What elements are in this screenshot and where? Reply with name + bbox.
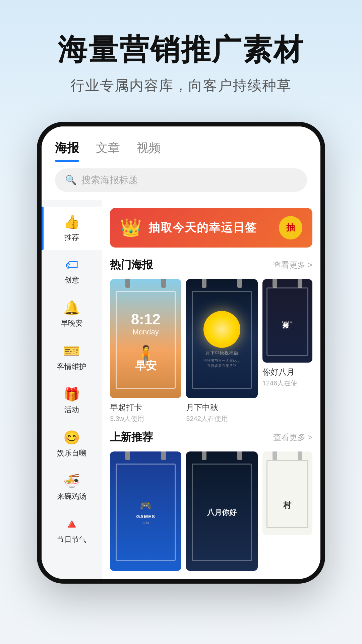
time-text: 8:12 [117, 311, 175, 328]
new-section: 上新推荐 查看更多 > [110, 430, 312, 571]
hero-section: 海量营销推广素材 行业专属内容库，向客户持续种草 [0, 0, 362, 115]
hot-section-header: 热门海报 查看更多 > [110, 258, 312, 272]
holiday-icon: 🔺 [63, 516, 80, 532]
clip-mark [237, 451, 242, 460]
moon-circle [203, 311, 240, 348]
new-poster-3-frame: 村 [266, 460, 308, 528]
thumb-up-icon: 👍 [63, 214, 80, 230]
morning-time-display: 8:12 Monday [117, 311, 175, 336]
clip-marks [110, 279, 181, 289]
clip-marks-5 [186, 451, 257, 462]
poster-name-august: 你好八月 [262, 367, 312, 377]
draw-button[interactable]: 抽 [279, 216, 302, 239]
hero-subtitle: 行业专属内容库，向客户持续种草 [27, 76, 335, 95]
clip-mark [125, 279, 130, 288]
tab-article[interactable]: 文章 [96, 140, 120, 162]
phone-wrapper: 海报 文章 视频 🔍 搜索海报标题 [0, 122, 362, 584]
tab-poster[interactable]: 海报 [55, 140, 79, 162]
new-poster-2-frame: 八月你好 [192, 464, 252, 561]
crown-icon: 👑 [120, 217, 142, 238]
poster-usage-midautumn: 3242人在使用 [186, 414, 257, 423]
poster-card-midautumn[interactable]: 月下中秋祝福语 中秋节节日一人在此，互祝多多在用所述 月下中秋 3242人在使用 [186, 279, 257, 424]
new-poster-card-3[interactable]: 村 [262, 451, 312, 571]
hot-poster-grid: 8:12 Monday 🧍 早安 早起打卡 3.3w人使用 [110, 279, 312, 424]
sidebar-label-activity: 活动 [64, 405, 79, 415]
search-bar-wrap: 🔍 搜索海报标题 [42, 162, 320, 200]
clip-mark [161, 279, 166, 288]
poster-usage-morning: 3.3w人使用 [110, 414, 181, 423]
poster-img-morning: 8:12 Monday 🧍 早安 [110, 279, 181, 398]
sidebar-label-recommend: 推荐 [64, 232, 79, 243]
search-icon: 🔍 [65, 174, 77, 185]
sidebar: 👍 推荐 🏷 创意 🔔 早晚安 🎫 客情维护 [42, 200, 102, 579]
hot-section-title: 热门海报 [110, 258, 153, 272]
poster-img-moon: 月下中秋祝福语 中秋节节日一人在此，互祝多多在用所述 [186, 279, 257, 398]
clip-mark [202, 451, 206, 460]
tab-video[interactable]: 视频 [137, 140, 161, 162]
creative-icon: 🏷 [65, 257, 78, 272]
moon-inner-frame: 月下中秋祝福语 中秋节节日一人在此，互祝多多在用所述 [192, 291, 252, 389]
new-section-more[interactable]: 查看更多 > [273, 432, 312, 443]
new-poster-card-1[interactable]: 🎮 GAMES arto [110, 451, 181, 571]
search-bar[interactable]: 🔍 搜索海报标题 [55, 168, 307, 192]
sidebar-item-holiday[interactable]: 🔺 节日节气 [42, 509, 102, 552]
new-poster-1-frame: 🎮 GAMES arto [116, 464, 176, 561]
sidebar-item-chicken[interactable]: 🍜 来碗鸡汤 [42, 466, 102, 509]
games-text: GAMES [136, 514, 155, 519]
sidebar-item-activity[interactable]: 🎁 活动 [42, 379, 102, 422]
clip-mark [298, 279, 302, 288]
main-layout: 👍 推荐 🏷 创意 🔔 早晚安 🎫 客情维护 [42, 200, 320, 579]
sidebar-item-morning[interactable]: 🔔 早晚安 [42, 292, 102, 336]
entertainment-icon: 😊 [63, 430, 80, 445]
morning-greeting: 早安 [117, 359, 175, 373]
clip-mark [161, 451, 166, 460]
new-poster-grid: 🎮 GAMES arto [110, 451, 312, 571]
content-area: 👑 抽取今天的幸运日签 抽 热门海报 查看更多 > [102, 200, 320, 579]
sidebar-label-chicken: 来碗鸡汤 [57, 491, 86, 501]
activity-icon: 🎁 [63, 386, 80, 402]
customer-icon: 🎫 [63, 343, 80, 359]
poster-inner-frame: 8:12 Monday 🧍 早安 [116, 291, 176, 389]
sidebar-item-entertainment[interactable]: 😊 娱乐自嗍 [42, 422, 102, 466]
sidebar-item-creative[interactable]: 🏷 创意 [42, 250, 102, 292]
sidebar-label-morning: 早晚安 [61, 318, 83, 328]
hero-title: 海量营销推广素材 [27, 34, 335, 66]
sidebar-label-entertainment: 娱乐自嗍 [57, 448, 86, 458]
august-inner-frame: 八月你好 8月1日 [266, 287, 308, 356]
moon-desc: 中秋节节日一人在此，互祝多多在用所述 [193, 358, 251, 369]
banner-text: 抽取今天的幸运日签 [148, 220, 272, 235]
app-container: 海报 文章 视频 🔍 搜索海报标题 [42, 126, 320, 579]
poster-name-morning: 早起打卡 [110, 402, 181, 413]
games-icon: 🎮 [136, 500, 155, 511]
poster-usage-august: 1246人在使 [262, 379, 312, 388]
poster-card-morning[interactable]: 8:12 Monday 🧍 早安 早起打卡 3.3w人使用 [110, 279, 181, 424]
clip-mark [202, 279, 206, 288]
hot-section-more[interactable]: 查看更多 > [273, 260, 312, 270]
phone-mockup: 海报 文章 视频 🔍 搜索海报标题 [37, 122, 325, 584]
morning-icon: 🔔 [63, 300, 80, 316]
sidebar-item-recommend[interactable]: 👍 推荐 [42, 207, 102, 250]
poster-img-august: 八月你好 8月1日 [262, 279, 312, 363]
new-section-header: 上新推荐 查看更多 > [110, 430, 312, 445]
search-placeholder-text: 搜索海报标题 [81, 174, 138, 186]
new-poster-img-1: 🎮 GAMES arto [110, 451, 181, 571]
chicken-icon: 🍜 [63, 473, 80, 489]
poster-card-august[interactable]: 八月你好 8月1日 你好八月 1246人在使 [262, 279, 312, 424]
sidebar-item-customer[interactable]: 🎫 客情维护 [42, 336, 102, 379]
top-tabs: 海报 文章 视频 [42, 126, 320, 162]
sidebar-label-holiday: 节日节气 [57, 535, 86, 545]
new-poster-img-3: 村 [262, 451, 312, 535]
new-poster-card-2[interactable]: 八月你好 [186, 451, 257, 571]
poster-name-midautumn: 月下中秋 [186, 402, 257, 413]
games-subtext: arto [136, 521, 155, 525]
sidebar-label-creative: 创意 [64, 275, 79, 285]
moon-bottom: 月下中秋祝福语 中秋节节日一人在此，互祝多多在用所述 [193, 350, 251, 369]
new-poster-2-text: 八月你好 [207, 507, 237, 518]
new-poster-1-content: 🎮 GAMES arto [136, 500, 155, 525]
clip-mark [273, 279, 277, 288]
clip-mark [125, 451, 130, 460]
lucky-banner[interactable]: 👑 抽取今天的幸运日签 抽 [110, 208, 312, 248]
day-text: Monday [117, 328, 175, 336]
new-section-title: 上新推荐 [110, 430, 153, 445]
new-poster-img-2: 八月你好 [186, 451, 257, 571]
